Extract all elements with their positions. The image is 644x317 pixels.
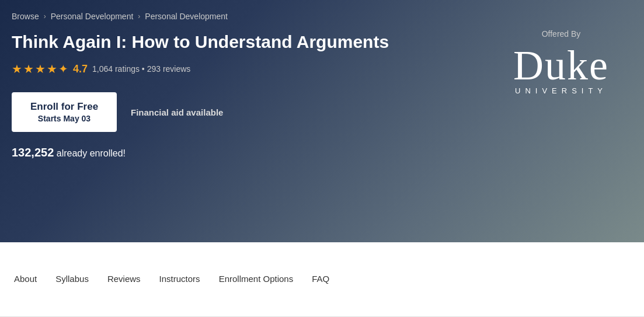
rating-count: 1,064 ratings • 293 reviews (92, 64, 190, 74)
star-rating: ★ ★ ★ ★ ✦ (12, 62, 68, 76)
enrolled-count: 132,252 already enrolled! (12, 146, 632, 159)
enroll-section: Enroll for Free Starts May 03 Financial … (12, 92, 632, 132)
duke-logo[interactable]: Duke UNIVERSITY (513, 44, 609, 95)
breadcrumb: Browse › Personal Development › Personal… (12, 0, 632, 32)
hero-section: Browse › Personal Development › Personal… (0, 0, 644, 242)
star-2: ★ (23, 62, 34, 76)
offered-by-label: Offered By (542, 29, 581, 39)
enroll-line2: Starts May 03 (29, 113, 99, 124)
star-3: ★ (35, 62, 46, 76)
duke-university: UNIVERSITY (513, 86, 609, 95)
nav-enrollment[interactable]: Enrollment Options (210, 242, 303, 316)
breadcrumb-sep-1: › (44, 12, 46, 20)
star-4: ★ (47, 62, 57, 76)
financial-aid-text: Financial aid available (131, 107, 223, 117)
enroll-button[interactable]: Enroll for Free Starts May 03 (12, 92, 117, 132)
course-title: Think Again I: How to Understand Argumen… (12, 32, 467, 53)
star-5-half: ✦ (58, 62, 68, 76)
offered-by-section: Offered By Duke UNIVERSITY (513, 29, 609, 95)
nav-faq[interactable]: FAQ (302, 242, 339, 316)
nav-reviews[interactable]: Reviews (98, 242, 150, 316)
enrolled-number: 132,252 (12, 146, 54, 159)
rating-number: 4.7 (73, 63, 88, 75)
duke-name: Duke (513, 44, 609, 86)
nav-about[interactable]: About (12, 242, 46, 316)
course-nav: About Syllabus Reviews Instructors Enrol… (0, 242, 644, 317)
breadcrumb-browse[interactable]: Browse (12, 12, 39, 21)
breadcrumb-sep-2: › (138, 12, 140, 20)
star-1: ★ (12, 62, 22, 76)
nav-instructors[interactable]: Instructors (150, 242, 210, 316)
breadcrumb-cat1[interactable]: Personal Development (51, 12, 134, 21)
enroll-line1: Enroll for Free (29, 100, 99, 113)
enrolled-label: already enrolled! (57, 148, 126, 158)
nav-syllabus[interactable]: Syllabus (46, 242, 98, 316)
breadcrumb-cat2[interactable]: Personal Development (145, 12, 228, 21)
